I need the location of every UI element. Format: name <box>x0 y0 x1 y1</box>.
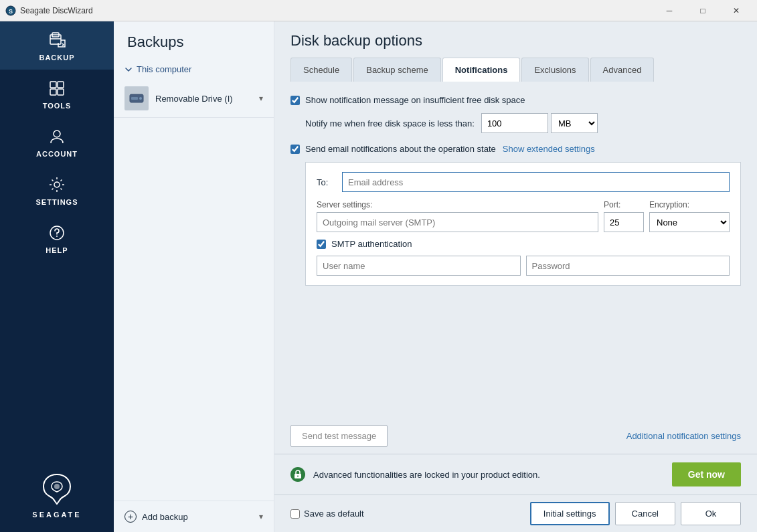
add-backup-button[interactable]: + Add backup ▾ <box>114 501 274 532</box>
title-bar: S Seagate DiscWizard ─ □ ✕ <box>0 0 757 21</box>
smtp-auth-checkbox[interactable] <box>317 240 326 249</box>
smtp-auth-label: SMTP authentication <box>331 239 412 249</box>
svg-rect-6 <box>58 82 64 88</box>
svg-point-9 <box>54 130 60 137</box>
drive-name: Removable Drive (I) <box>155 94 259 104</box>
backup-icon <box>48 31 66 50</box>
send-test-button[interactable]: Send test message <box>290 425 388 447</box>
port-label: Port: <box>604 200 644 209</box>
server-inputs-row: None SSL TLS <box>317 212 730 232</box>
tab-notifications[interactable]: Notifications <box>442 58 521 82</box>
sidebar-item-help[interactable]: HELP <box>0 214 114 262</box>
notify-threshold-label: Notify me when free disk space is less t… <box>305 118 475 128</box>
chevron-down-icon <box>124 66 133 74</box>
app-body: BACKUP TOOLS ACCOUNT <box>0 21 757 532</box>
tab-backup-scheme[interactable]: Backup scheme <box>353 58 441 82</box>
tabs: Schedule Backup scheme Notifications Exc… <box>290 58 741 82</box>
user-pass-row <box>317 256 730 276</box>
tab-advanced[interactable]: Advanced <box>590 58 655 82</box>
notify-threshold-row: Notify me when free disk space is less t… <box>305 113 741 133</box>
svg-point-12 <box>56 236 58 237</box>
locked-bar: Advanced functionalities are locked in y… <box>274 454 757 495</box>
disk-space-checkbox[interactable] <box>290 96 300 105</box>
disk-space-checkbox-row: Show notification message on insufficien… <box>290 95 741 105</box>
tab-actions: Send test message Additional notificatio… <box>290 414 741 447</box>
footer-bar: Save as default Initial settings Cancel … <box>274 495 757 532</box>
notify-unit-select[interactable]: MB GB <box>551 113 598 133</box>
additional-notification-link[interactable]: Additional notification settings <box>626 431 741 441</box>
encryption-label: Encryption: <box>649 200 730 209</box>
sidebar-item-settings[interactable]: SETTINGS <box>0 166 114 214</box>
sidebar-settings-label: SETTINGS <box>35 198 78 206</box>
app-title: Seagate DiscWizard <box>20 6 654 15</box>
svg-point-15 <box>139 97 142 100</box>
maximize-button[interactable]: □ <box>687 0 718 21</box>
minimize-button[interactable]: ─ <box>654 0 685 21</box>
svg-rect-7 <box>50 89 56 95</box>
show-extended-link[interactable]: Show extended settings <box>503 144 595 154</box>
add-backup-chevron-icon: ▾ <box>259 512 263 521</box>
email-checkbox[interactable] <box>290 145 300 154</box>
sidebar-logo: SEAGATE <box>32 457 81 532</box>
backups-title: Backups <box>114 21 274 59</box>
smtp-auth-row: SMTP authentication <box>317 239 730 249</box>
save-default-label: Save as default <box>304 509 364 519</box>
sidebar-account-label: ACCOUNT <box>36 150 78 158</box>
svg-point-13 <box>54 484 60 489</box>
drive-icon <box>124 86 149 110</box>
this-computer-label: This computer <box>137 64 191 74</box>
sidebar-help-label: HELP <box>46 246 68 254</box>
close-button[interactable]: ✕ <box>721 0 752 21</box>
svg-text:S: S <box>9 8 13 15</box>
main-content: Backups This computer Removable Drive (I… <box>114 21 757 532</box>
notifications-tab-content: Show notification message on insufficien… <box>274 82 757 454</box>
lock-icon <box>290 467 305 482</box>
cancel-button[interactable]: Cancel <box>615 502 675 525</box>
tools-icon <box>48 79 66 98</box>
port-input[interactable] <box>604 212 644 232</box>
save-default-row: Save as default <box>290 509 364 519</box>
initial-settings-button[interactable]: Initial settings <box>530 502 610 525</box>
password-input[interactable] <box>526 256 730 276</box>
server-settings-label: Server settings: <box>317 200 598 209</box>
sidebar-tools-label: TOOLS <box>43 102 72 110</box>
sidebar-item-tools[interactable]: TOOLS <box>0 70 114 118</box>
save-default-checkbox[interactable] <box>290 509 300 519</box>
settings-icon <box>48 175 66 194</box>
ok-button[interactable]: Ok <box>681 502 741 525</box>
add-backup-label: Add backup <box>142 512 188 522</box>
email-label: Send email notifications about the opera… <box>305 144 496 154</box>
this-computer-section[interactable]: This computer <box>114 59 274 80</box>
svg-rect-5 <box>50 82 56 88</box>
window-controls: ─ □ ✕ <box>654 0 752 21</box>
notify-threshold-input[interactable] <box>481 113 548 133</box>
get-now-button[interactable]: Get now <box>672 462 741 486</box>
svg-rect-16 <box>131 97 138 100</box>
tab-schedule[interactable]: Schedule <box>290 58 352 82</box>
account-icon <box>48 127 66 146</box>
add-backup-plus-icon: + <box>124 511 137 523</box>
page-title: Disk backup options <box>290 32 741 50</box>
encryption-select[interactable]: None SSL TLS <box>649 212 730 232</box>
right-full: Disk backup options Schedule Backup sche… <box>274 21 757 532</box>
footer-buttons: Initial settings Cancel Ok <box>530 502 741 525</box>
svg-point-18 <box>297 476 299 477</box>
to-input[interactable] <box>342 172 730 192</box>
to-row: To: <box>317 172 730 192</box>
sidebar-backup-label: BACKUP <box>39 54 74 62</box>
seagate-logo-text: SEAGATE <box>32 511 81 519</box>
sidebar-item-backup[interactable]: BACKUP <box>0 21 114 70</box>
sidebar: BACKUP TOOLS ACCOUNT <box>0 21 114 532</box>
sidebar-item-account[interactable]: ACCOUNT <box>0 118 114 166</box>
email-checkbox-row: Send email notifications about the opera… <box>290 144 741 154</box>
username-input[interactable] <box>317 256 521 276</box>
drive-item[interactable]: Removable Drive (I) ▾ <box>114 80 274 118</box>
svg-rect-8 <box>58 89 64 95</box>
tab-exclusions[interactable]: Exclusions <box>521 58 588 82</box>
svg-point-10 <box>54 182 60 187</box>
locked-text: Advanced functionalities are locked in y… <box>313 470 672 480</box>
help-icon <box>48 224 66 242</box>
left-panel: Backups This computer Removable Drive (I… <box>114 21 274 532</box>
smtp-server-input[interactable] <box>317 212 598 232</box>
right-panel-header: Disk backup options Schedule Backup sche… <box>274 21 757 82</box>
